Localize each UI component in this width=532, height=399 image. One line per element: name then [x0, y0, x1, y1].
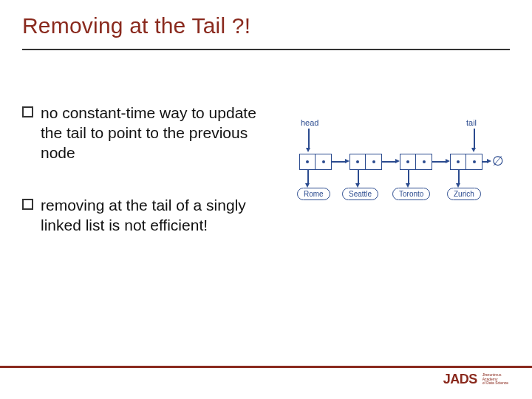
list-node — [299, 154, 332, 170]
node-value: Zurich — [447, 188, 481, 200]
square-bullet-icon — [22, 106, 33, 117]
tail-label: tail — [466, 118, 477, 127]
dot-icon — [306, 160, 309, 163]
data-arrow — [458, 170, 460, 185]
bullet-text: no constant-time way to update the tail … — [41, 103, 266, 163]
node-data-cell — [450, 154, 466, 170]
arrowhead-icon — [395, 159, 400, 163]
head-label: head — [301, 118, 318, 127]
arrowhead-icon — [487, 159, 491, 163]
node-next-cell — [416, 154, 432, 170]
title-underline — [22, 49, 510, 50]
dot-icon — [406, 160, 409, 163]
logo-subtitle: Jheronimus Academy of Data Science — [482, 373, 508, 386]
arrowhead-icon — [306, 148, 310, 152]
bullet-list: no constant-time way to update the tail … — [22, 103, 266, 267]
square-bullet-icon — [22, 199, 33, 210]
dot-icon — [372, 160, 375, 163]
next-arrow — [432, 161, 447, 163]
node-next-cell — [466, 154, 482, 170]
list-node — [450, 154, 482, 170]
jads-logo: JADS Jheronimus Academy of Data Science — [443, 372, 508, 387]
data-arrow — [408, 170, 409, 185]
node-value: Seattle — [342, 188, 378, 200]
node-data-cell — [349, 154, 366, 170]
head-pointer-arrow — [308, 129, 310, 149]
slide: Removing at the Tail ?! no constant-time… — [0, 0, 532, 399]
data-arrow — [307, 170, 309, 185]
dot-icon — [322, 160, 325, 163]
logo-text: JADS — [443, 372, 477, 387]
next-arrow — [332, 161, 347, 163]
node-data-cell — [299, 154, 316, 170]
dot-icon — [457, 160, 460, 163]
bullet-item: no constant-time way to update the tail … — [22, 103, 266, 163]
linked-list-diagram: head tail ∅ — [299, 118, 514, 222]
node-value: Toronto — [392, 188, 430, 200]
arrowhead-icon — [471, 148, 476, 152]
dot-icon — [473, 160, 476, 163]
node-next-cell — [366, 154, 382, 170]
tail-pointer-arrow — [474, 129, 475, 149]
list-node — [400, 154, 432, 170]
list-node — [349, 154, 382, 170]
node-value: Rome — [297, 188, 330, 200]
node-data-cell — [400, 154, 416, 170]
next-arrow — [382, 161, 397, 163]
footer-divider — [0, 366, 532, 368]
arrowhead-icon — [446, 159, 450, 163]
bullet-text: removing at the tail of a singly linked … — [41, 196, 266, 236]
bullet-item: removing at the tail of a singly linked … — [22, 196, 266, 236]
dot-icon — [356, 160, 359, 163]
node-next-cell — [316, 154, 332, 170]
null-symbol: ∅ — [490, 153, 506, 169]
dot-icon — [423, 160, 426, 163]
data-arrow — [358, 170, 359, 185]
slide-title: Removing at the Tail ?! — [22, 13, 250, 38]
arrowhead-icon — [345, 159, 349, 163]
